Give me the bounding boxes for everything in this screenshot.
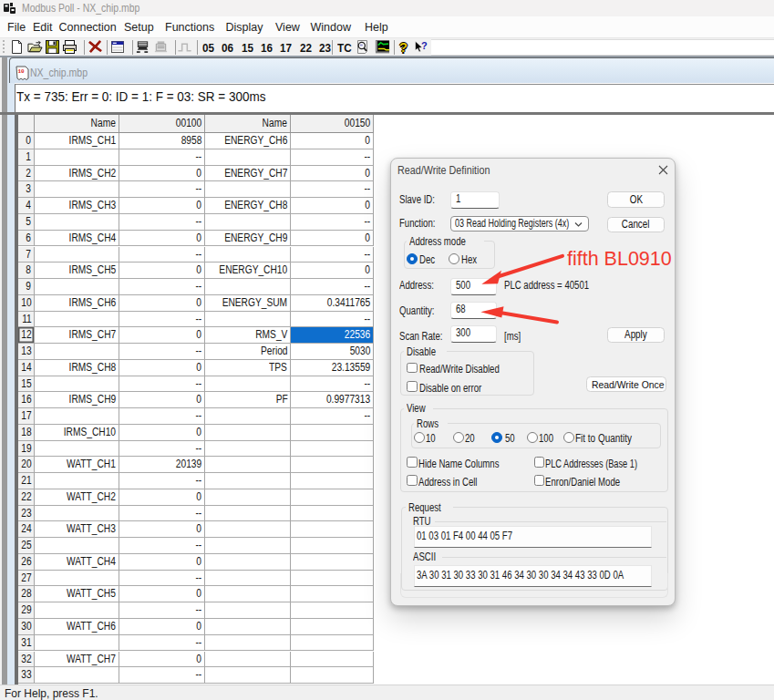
svg-text:10: 10: [18, 68, 26, 75]
svg-text:?: ?: [421, 40, 428, 51]
